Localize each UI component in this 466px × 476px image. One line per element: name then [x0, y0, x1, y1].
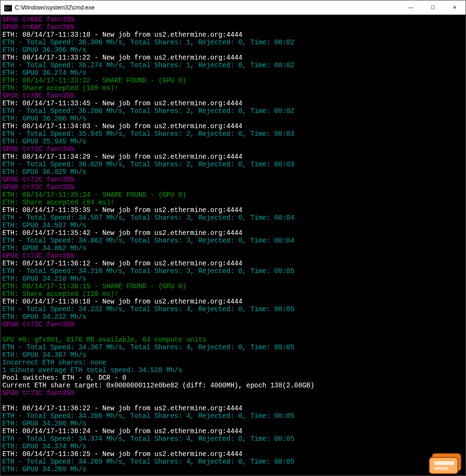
minimize-button[interactable]: — — [400, 0, 422, 14]
console-line: GPU0 t=73C fan=35% — [2, 389, 464, 397]
console-line: ETH - Total Speed: 36.274 Mh/s, Total Sh… — [2, 61, 464, 69]
console-line: ETH - Total Speed: 34.210 Mh/s, Total Sh… — [2, 267, 464, 275]
console-line: ETH - Total Speed: 36.029 Mh/s, Total Sh… — [2, 161, 464, 168]
console-line: ETH: 08/14/17-11:33:18 - New job from us… — [2, 31, 464, 39]
console-output[interactable]: GPU0 t=66C fan=39%GPU0 t=68C fan=36%ETH:… — [0, 15, 466, 476]
console-line: ETH: 08/14/17-11:36:25 - New job from us… — [2, 450, 464, 458]
console-line: Current ETH share target: 0x0000000112e0… — [2, 382, 464, 389]
console-line: ETH: GPU0 34.286 Mh/s — [2, 420, 464, 427]
console-line: ETH: 08/14/17-11:35:42 - New job from us… — [2, 229, 464, 237]
console-line: ETH: GPU0 36.306 Mh/s — [2, 46, 464, 54]
console-line: ETH: 08/14/17-11:33:22 - New job from us… — [2, 54, 464, 61]
console-line: ETH: 08/14/17-11:33:32 - SHARE FOUND - (… — [2, 77, 464, 84]
window-title: C:\Windows\system32\cmd.exe — [15, 4, 400, 11]
console-line: ETH: 08/14/17-11:36:22 - New job from us… — [2, 405, 464, 412]
console-line: ETH: GPU0 34.862 Mh/s — [2, 244, 464, 252]
console-line: ETH: GPU0 36.206 Mh/s — [2, 115, 464, 122]
svg-rect-4 — [429, 457, 458, 474]
maximize-button[interactable]: ☐ — [422, 0, 444, 14]
console-line: ETH - Total Speed: 34.367 Mh/s, Total Sh… — [2, 344, 464, 351]
console-line: ETH: Share accepted (109 ms)! — [2, 84, 464, 92]
console-line: GPU0 t=72C fan=35% — [2, 176, 464, 183]
console-line: ETH: 08/14/17-11:36:24 - New job from us… — [2, 427, 464, 435]
console-line: ETH - Total Speed: 34.269 Mh/s, Total Sh… — [2, 458, 464, 466]
svg-text:C:\: C:\ — [5, 6, 10, 10]
console-line: ETH: 08/14/17-11:36:15 - SHARE FOUND - (… — [2, 283, 464, 290]
console-line: ETH: GPU0 34.210 Mh/s — [2, 275, 464, 283]
console-line: GPU0 t=73C fan=35% — [2, 321, 464, 328]
titlebar[interactable]: C:\ C:\Windows\system32\cmd.exe — ☐ ✕ — [0, 0, 466, 15]
console-line: GPU0 t=70C fan=35% — [2, 92, 464, 100]
console-line: GPU0 t=73C fan=35% — [2, 183, 464, 191]
close-icon: ✕ — [453, 5, 456, 10]
console-line — [2, 328, 464, 336]
console-line: ETH: GPU0 34.269 Mh/s — [2, 466, 464, 473]
console-line: GPU #0: gfx901, 8176 MB available, 64 co… — [2, 336, 464, 344]
console-line: ETH - Total Speed: 36.206 Mh/s, Total Sh… — [2, 107, 464, 115]
console-line: ETH: GPU0 34.507 Mh/s — [2, 222, 464, 229]
console-line: ETH: 08/14/17-11:34:03 - New job from us… — [2, 122, 464, 130]
console-line: ETH - Total Speed: 35.945 Mh/s, Total Sh… — [2, 130, 464, 138]
console-line: 1 minute average ETH total speed: 34.528… — [2, 366, 464, 374]
console-line: ETH: 08/14/17-11:34:29 - New job from us… — [2, 153, 464, 161]
console-line: ETH: GPU0 36.274 Mh/s — [2, 69, 464, 77]
console-line: ETH: 08/14/17-11:35:24 - SHARE FOUND - (… — [2, 191, 464, 199]
console-line — [2, 397, 464, 405]
svg-rect-1 — [4, 4, 12, 5]
console-line: ETH: GPU0 34.232 Mh/s — [2, 313, 464, 321]
console-line: ETH - Total Speed: 36.306 Mh/s, Total Sh… — [2, 39, 464, 46]
console-line: GPU0 t=73C fan=35% — [2, 252, 464, 260]
console-line: ETH: 08/14/17-11:35:35 - New job from us… — [2, 206, 464, 214]
console-line: ETH - Total Speed: 34.507 Mh/s, Total Sh… — [2, 214, 464, 222]
console-line: ETH: 08/14/17-11:36:18 - New job from us… — [2, 298, 464, 305]
svg-rect-5 — [434, 461, 454, 465]
console-line: ETH: GPU0 36.029 Mh/s — [2, 168, 464, 176]
console-line: Incorrect ETH shares: none — [2, 359, 464, 366]
console-line: ETH: Share accepted (110 ms)! — [2, 290, 464, 298]
window-controls: — ☐ ✕ — [400, 0, 466, 14]
cmd-icon: C:\ — [4, 4, 12, 11]
console-line: ETH: 08/14/17-11:36:12 - New job from us… — [2, 260, 464, 267]
console-line: ETH: GPU0 35.945 Mh/s — [2, 138, 464, 145]
maximize-icon: ☐ — [431, 5, 435, 10]
svg-rect-6 — [434, 467, 448, 470]
console-line: ETH: GPU0 34.367 Mh/s — [2, 351, 464, 359]
console-line: GPU0 t=71C fan=34% — [2, 145, 464, 153]
console-line: ETH - Total Speed: 34.862 Mh/s, Total Sh… — [2, 237, 464, 244]
close-button[interactable]: ✕ — [444, 0, 466, 14]
console-line: GPU0 t=66C fan=39% — [2, 16, 464, 23]
corner-badge-icon — [428, 451, 465, 475]
console-line: ETH: GPU0 34.374 Mh/s — [2, 443, 464, 450]
console-line: ETH - Total Speed: 34.374 Mh/s, Total Sh… — [2, 435, 464, 443]
console-line: ETH - Total Speed: 34.286 Mh/s, Total Sh… — [2, 412, 464, 420]
minimize-icon: — — [408, 5, 413, 10]
console-line: GPU0 t=68C fan=36% — [2, 23, 464, 31]
console-line: Pool switches: ETH - 0, DCR - 0 — [2, 374, 464, 382]
cmd-window: C:\ C:\Windows\system32\cmd.exe — ☐ ✕ GP… — [0, 0, 466, 476]
console-line: ETH: Share accepted (94 ms)! — [2, 199, 464, 206]
console-line: ETH - Total Speed: 34.232 Mh/s, Total Sh… — [2, 305, 464, 313]
console-line: ETH: 08/14/17-11:33:45 - New job from us… — [2, 100, 464, 107]
